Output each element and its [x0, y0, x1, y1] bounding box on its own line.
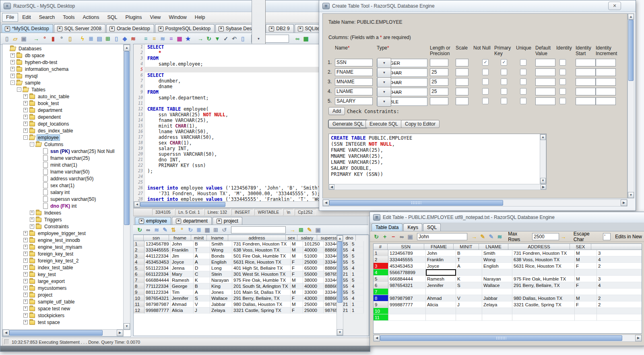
table-cell[interactable]: Jabbar — [210, 301, 232, 308]
table-cell[interactable]: 881122334 — [144, 289, 171, 295]
table-cell[interactable]: 123456789 — [388, 250, 426, 256]
table-cell[interactable]: Wallace — [482, 282, 512, 289]
table-cell[interactable]: M — [575, 276, 597, 282]
tab-sql[interactable]: SQL — [423, 223, 441, 231]
tree-item[interactable]: +mysql — [2, 72, 124, 79]
table-cell[interactable]: A — [194, 259, 210, 265]
column-type-select[interactable]: VARCHAR▼ — [377, 88, 427, 96]
row-count-icon[interactable]: ≋ — [129, 35, 137, 43]
edit-col-FNAME[interactable]: FNAME — [424, 244, 454, 250]
table-cell[interactable]: T — [194, 247, 210, 253]
not-null-checkbox[interactable] — [482, 69, 489, 75]
add-row-icon[interactable]: + — [381, 233, 389, 241]
tree-item[interactable]: +dno (FK) int — [2, 202, 124, 209]
results-col-salary[interactable]: salary — [297, 235, 317, 241]
tree-editor-splitter[interactable] — [130, 44, 133, 336]
table-cell[interactable] — [388, 314, 426, 321]
table-cell[interactable]: 987987987 — [144, 301, 171, 308]
expander-icon[interactable]: + — [23, 306, 28, 311]
identity-checkbox[interactable] — [559, 59, 566, 66]
connect-profile-icon[interactable]: º — [41, 35, 49, 43]
go-icon[interactable]: → — [196, 35, 204, 43]
table-cell[interactable] — [456, 289, 482, 295]
close-tab-icon[interactable]: ✕ — [269, 26, 274, 31]
table-row[interactable]: 9999887777AliciaJZelaya3321 Castle, Spri… — [374, 301, 642, 308]
table-row[interactable]: 5666884444RameshKNarayan975 Fire Oak, Hu… — [374, 276, 642, 282]
table-cell[interactable]: 33000 — [303, 289, 324, 295]
table-cell[interactable] — [575, 308, 597, 314]
table-cell[interactable]: Ramesh — [426, 276, 456, 282]
table-cell[interactable]: V — [456, 295, 482, 301]
table-cell[interactable]: 5631 Rice, Houston TX — [512, 263, 575, 269]
table-cell[interactable]: 980 Dallas, Houston TX — [512, 295, 575, 301]
menu-item-edit[interactable]: Edit — [18, 13, 35, 22]
table-cell[interactable]: 4 — [597, 256, 642, 263]
table-cell[interactable] — [426, 289, 456, 295]
go-arrow-icon[interactable]: → — [559, 233, 568, 241]
identity-increment-input[interactable] — [596, 68, 616, 76]
edit-col-SEX[interactable]: SEX — [570, 244, 591, 250]
tree-item[interactable]: +stockpickers — [2, 312, 124, 319]
table-cell[interactable] — [388, 289, 426, 295]
table-cell[interactable]: M — [291, 283, 303, 289]
expander-icon[interactable]: + — [10, 53, 15, 58]
table-cell[interactable]: Narayan — [482, 276, 512, 282]
grid-view-icon[interactable]: ▦ — [302, 35, 310, 43]
close-tab-icon[interactable]: ✕ — [217, 219, 222, 224]
table-cell[interactable]: 980 Dallas, Houston TX — [232, 301, 291, 308]
create-hscroll-thumb[interactable] — [329, 200, 503, 206]
table-cell[interactable]: 5631 Rice, Houston TX — [232, 259, 291, 265]
table-cell[interactable]: 4 — [351, 295, 364, 301]
unique-checkbox[interactable] — [520, 59, 526, 66]
table-cell[interactable] — [482, 308, 512, 314]
table-cell[interactable] — [426, 308, 456, 314]
results-tab-employee[interactable]: ✕employee — [135, 217, 171, 225]
expander-icon[interactable]: + — [23, 231, 28, 235]
expander-icon[interactable]: + — [30, 211, 34, 215]
table-row[interactable]: 7 — [374, 289, 642, 295]
align-left-icon[interactable]: ≡ — [150, 35, 158, 43]
table-cell[interactable]: 4 — [351, 283, 364, 289]
tree-item[interactable]: +Indexes — [2, 209, 124, 216]
table-row[interactable]: 1123456789JohnBSmith731 Fondren, Houston… — [374, 250, 642, 256]
table-cell[interactable] — [456, 269, 482, 276]
expander-icon[interactable]: + — [10, 60, 15, 64]
refresh-icon[interactable]: ↻ — [136, 226, 144, 234]
table-cell[interactable]: A — [194, 253, 210, 259]
unique-checkbox[interactable] — [520, 88, 526, 95]
expander-icon[interactable]: + — [23, 286, 28, 290]
table-cell[interactable]: F — [575, 301, 597, 308]
expander-icon[interactable]: + — [23, 238, 28, 242]
close-tab-icon[interactable]: ✕ — [158, 26, 163, 31]
menu-item-help[interactable]: Help — [191, 13, 209, 22]
edit-hscrollbar[interactable]: ◀ ▶ — [373, 334, 642, 342]
table-cell[interactable]: 453453453 — [144, 259, 171, 265]
table-cell[interactable]: 333445555 — [144, 247, 171, 253]
table-cell[interactable] — [456, 314, 482, 321]
expander-icon[interactable]: + — [23, 299, 28, 304]
expander-icon[interactable]: + — [23, 272, 28, 277]
table-cell[interactable] — [426, 269, 456, 276]
table-cell[interactable]: 1 — [351, 271, 364, 277]
expander-icon[interactable]: + — [23, 245, 28, 249]
results-col-address[interactable]: address — [228, 235, 286, 241]
table-cell[interactable]: Zelaya — [210, 308, 232, 314]
scroll-up-icon[interactable]: ▲ — [628, 14, 634, 20]
results-col-fname[interactable]: fname — [169, 235, 191, 241]
tree-item[interactable]: +book_test — [2, 100, 124, 107]
table-cell[interactable]: 43000 — [303, 295, 324, 301]
export-icon[interactable]: ⊞ — [297, 226, 305, 234]
tree-item[interactable]: +key_test — [2, 271, 124, 278]
table-cell[interactable]: Jim — [171, 253, 194, 259]
table-row[interactable]: 6661122334MaryCStein301 West St. Houston… — [134, 271, 336, 277]
tree-item[interactable]: +index_test_table — [2, 264, 124, 271]
menu-item-file[interactable]: File — [2, 13, 18, 22]
table-row[interactable]: 2333445555FranklinTWong638 Voss, Houston… — [374, 256, 642, 263]
tree-item[interactable]: +dependent — [2, 114, 124, 120]
table-cell[interactable]: Jennifer — [426, 282, 456, 289]
tree-vscroll-thumb[interactable] — [124, 51, 130, 225]
table-cell[interactable]: 5 — [351, 253, 364, 259]
table-cell[interactable]: F — [291, 265, 303, 271]
tree-item[interactable]: +minit char(1) — [2, 161, 124, 168]
tree-item[interactable]: +Triggers — [2, 216, 124, 223]
